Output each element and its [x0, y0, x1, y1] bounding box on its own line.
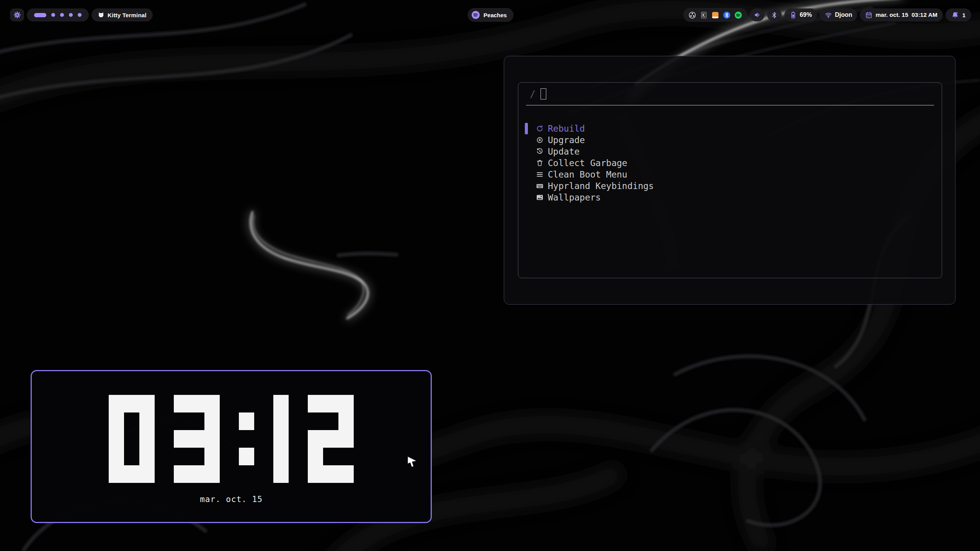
cat-icon	[98, 11, 105, 18]
menu-item-label: Collect Garbage	[548, 158, 627, 168]
keyboard-icon	[536, 182, 544, 190]
battery-percentage: 69%	[800, 11, 812, 18]
bluetooth-button[interactable]	[767, 8, 782, 21]
status-bar-center: Peaches	[467, 8, 514, 22]
menu-list: Rebuild Upgrade Update Collect Garbage C…	[518, 123, 942, 203]
menu-item-collect-garbage[interactable]: Collect Garbage	[525, 157, 942, 169]
keepassxc-icon[interactable]	[700, 11, 708, 19]
network-name: Djoon	[835, 11, 852, 18]
bluetooth-icon	[771, 11, 778, 19]
battery-indicator[interactable]: 69%	[784, 8, 817, 21]
volume-button[interactable]	[750, 8, 764, 21]
separator	[526, 105, 934, 106]
menu-item-upgrade[interactable]: Upgrade	[525, 134, 942, 146]
workspace-dot[interactable]	[60, 13, 64, 17]
orange-app-icon[interactable]	[711, 11, 719, 19]
now-playing-pill[interactable]: Peaches	[467, 8, 514, 22]
menu-item-label: Upgrade	[548, 135, 585, 145]
network-indicator[interactable]: Djoon	[820, 8, 857, 21]
menu-item-rebuild[interactable]: Rebuild	[525, 123, 942, 134]
battery-icon	[789, 11, 797, 19]
bell-icon	[951, 11, 959, 19]
app-launcher-menu: / Rebuild Upgrade Update Collect Garbage…	[504, 56, 956, 305]
menu-item-label: Wallpapers	[548, 192, 601, 202]
wifi-icon	[825, 11, 832, 19]
clock-widget: mar. oct. 15	[31, 370, 432, 523]
menu-item-label: Update	[548, 147, 580, 156]
menu-item-clean-boot-menu[interactable]: Clean Boot Menu	[525, 169, 942, 180]
spotify-tray-icon[interactable]	[734, 11, 742, 19]
mouse-cursor	[407, 455, 418, 468]
now-playing-title: Peaches	[483, 12, 507, 18]
notification-indicator[interactable]: 1	[946, 8, 971, 21]
spotify-icon	[471, 10, 480, 20]
refresh-icon	[536, 125, 544, 132]
workspace-dot[interactable]	[69, 13, 73, 17]
clock-digit-0	[109, 395, 155, 483]
search-bar[interactable]: /	[518, 83, 942, 105]
status-bar: Kitty Terminal Peaches	[10, 8, 971, 22]
system-tray[interactable]	[683, 8, 747, 22]
menu-item-hyprland-keybindings[interactable]: Hyprland Keybindings	[525, 180, 942, 192]
notification-count: 1	[962, 12, 965, 18]
bluetooth-tray-icon[interactable]	[723, 11, 731, 19]
menu-item-label: Hyprland Keybindings	[548, 181, 654, 191]
workspace-indicator[interactable]	[27, 8, 89, 21]
menu-item-label: Clean Boot Menu	[548, 170, 627, 179]
menu-item-wallpapers[interactable]: Wallpapers	[525, 192, 942, 203]
gear-icon	[13, 11, 21, 19]
text-cursor-icon	[541, 88, 546, 99]
clock-time	[109, 395, 354, 483]
desktop: Kitty Terminal Peaches	[0, 0, 980, 551]
menu-item-update[interactable]: Update	[525, 146, 942, 157]
speaker-icon	[753, 11, 761, 19]
workspace-dot[interactable]	[78, 13, 82, 17]
list-icon	[536, 171, 544, 178]
status-bar-right: 69% Djoon mar. oct. 15 03:12 AM 1	[683, 8, 971, 22]
selection-bar	[525, 123, 528, 134]
clock-date: mar. oct. 15	[200, 495, 263, 504]
clock-digit-3	[174, 395, 220, 483]
launcher-menu-frame: / Rebuild Upgrade Update Collect Garbage…	[518, 82, 942, 278]
trash-icon	[536, 159, 544, 167]
workspace-dot[interactable]	[51, 13, 55, 17]
datetime-indicator[interactable]: mar. oct. 15 03:12 AM	[860, 8, 942, 21]
launcher-button[interactable]	[10, 8, 24, 21]
image-icon	[536, 194, 544, 201]
history-icon	[536, 148, 544, 155]
active-window-pill[interactable]: Kitty Terminal	[91, 8, 153, 21]
menu-item-label: Rebuild	[548, 124, 585, 134]
calendar-icon	[865, 11, 872, 19]
clock-digit-2	[308, 395, 354, 483]
active-window-title: Kitty Terminal	[108, 12, 147, 18]
clock-digit-1	[273, 395, 289, 483]
datetime-text: mar. oct. 15 03:12 AM	[875, 11, 937, 18]
clock-colon	[239, 395, 254, 483]
obs-icon[interactable]	[688, 11, 696, 19]
workspace-active-pill[interactable]	[34, 13, 46, 17]
download-circle-icon	[536, 136, 544, 144]
status-bar-left: Kitty Terminal	[10, 8, 153, 21]
search-prompt: /	[530, 88, 536, 99]
